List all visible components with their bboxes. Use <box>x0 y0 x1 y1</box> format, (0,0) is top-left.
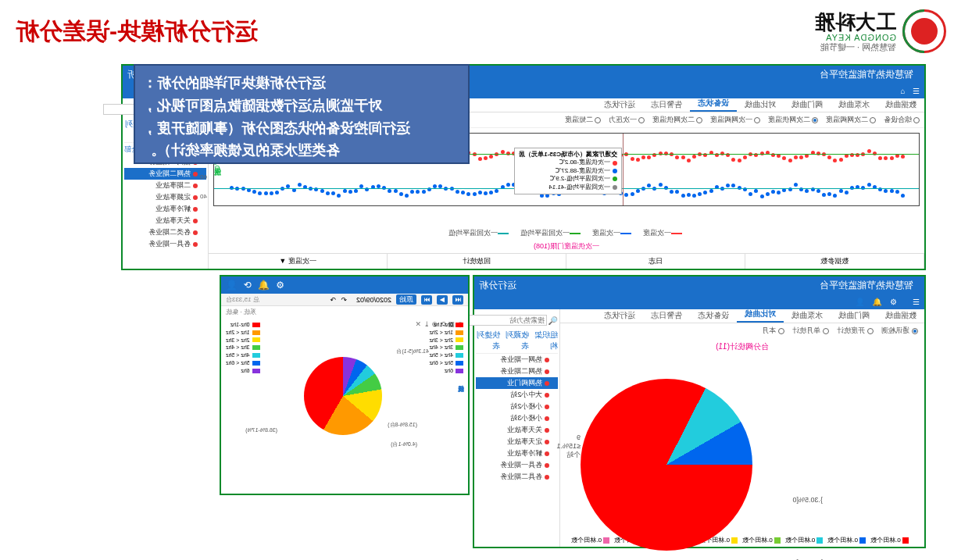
menu-icon[interactable]: ☰ <box>913 298 920 306</box>
view-tabs[interactable]: 系统 · 集统 <box>221 306 468 318</box>
app-title: 智慧供热节能监控平台 <box>820 279 913 292</box>
tree-item[interactable]: 各具一期业务 <box>124 238 206 250</box>
tree-item[interactable]: 各类二期业务 <box>124 226 206 238</box>
botbar-cell[interactable]: 一次温度 ▼ <box>209 254 388 269</box>
tab-6[interactable]: 运行状态 <box>596 309 643 323</box>
breadcrumb[interactable]: 运行分析 <box>479 279 516 292</box>
tree-item[interactable]: 各具一期业务 <box>476 459 558 471</box>
logo-icon <box>902 9 946 53</box>
sidetab[interactable]: 组织架构 <box>534 330 558 351</box>
sidetab[interactable]: 收藏列表 <box>505 330 529 351</box>
tree-item[interactable]: 热网二期业务 <box>124 168 206 180</box>
subopt[interactable]: 二次网供温度 <box>768 115 818 125</box>
tab-3[interactable]: 对比曲线 <box>737 307 784 323</box>
tab-6[interactable]: 运行状态 <box>596 98 643 112</box>
panel-pie-small: ⚙ 🔔 ⟳ 👤 ⏮ ▶ ⏭ 原始 2020/09/02 ↶ ↷ 系统 · 集统 … <box>220 275 470 495</box>
play-button[interactable]: ▶ <box>437 295 448 305</box>
subopt[interactable]: 二次网阀温度 <box>826 115 876 125</box>
chart-tooltip: 交通厅家属（小市场C35-1单元）居 一次供温度-80.2℃一次供温度-88.2… <box>514 148 622 194</box>
tab-4[interactable]: 设备状态 <box>690 309 737 323</box>
tab-1[interactable]: 阀门曲线 <box>831 309 877 323</box>
prev-button[interactable]: ⏮ <box>452 295 463 305</box>
tree-item[interactable]: 定天事故业 <box>476 436 558 448</box>
pie-chart[interactable] <box>581 379 752 551</box>
tree-item[interactable]: 热网一期业务 <box>476 354 558 366</box>
panel-pie-large: 智慧供热节能监控平台 运行分析 ☰ ⚙ 🔔 👤 数据曲线阀门曲线水泵曲线对比曲线… <box>473 275 926 548</box>
botbar-cell[interactable]: 回放统计 <box>388 254 566 269</box>
tab-3[interactable]: 对比曲线 <box>737 98 784 112</box>
tab-0[interactable]: 数据曲线 <box>877 309 924 323</box>
subopt[interactable]: 一次网阀温度 <box>710 115 760 125</box>
undo-icon[interactable]: ↶ <box>341 296 347 304</box>
search-icon[interactable]: 🔍 <box>548 316 558 325</box>
subopt[interactable]: 二次网供温度 <box>652 115 702 125</box>
tab-1[interactable]: 水泵曲线 <box>831 98 877 112</box>
mini-pie[interactable] <box>304 357 382 435</box>
tree-item[interactable]: 热网阀门业 <box>476 377 558 389</box>
tab-4[interactable]: 设备状态 <box>690 96 737 112</box>
botbar-cell[interactable]: 数据参数 <box>745 254 924 269</box>
tree-item[interactable]: 定频事故业 <box>124 191 206 203</box>
botbar-cell[interactable]: 日志 <box>566 254 745 269</box>
redo-icon[interactable]: ↷ <box>330 296 336 304</box>
tree-item[interactable]: 解冷事故业 <box>124 203 206 215</box>
tab-2[interactable]: 阀门曲线 <box>784 98 831 112</box>
chart-note[interactable]: 一次供温度门限(108) <box>209 240 924 253</box>
callout-box: 运行分析模块可详细的分析： 对于监测点运行数据随散点图可视化， 运行间控设备的状… <box>134 64 470 164</box>
tree-item[interactable]: 关天事故业 <box>476 424 558 436</box>
tree-item[interactable]: 小楼小3站 <box>476 412 558 424</box>
legend-item[interactable]: 一次回温平均值 <box>448 229 511 237</box>
tree-item[interactable]: 解冷事故业 <box>476 448 558 459</box>
tab-5[interactable]: 告警日志 <box>643 309 690 323</box>
refresh-icon[interactable]: ⟳ <box>244 280 252 291</box>
play-mode[interactable]: 原始 <box>396 294 416 305</box>
slide-title: 运行分析模块-误差分析 <box>16 16 258 48</box>
user-icon[interactable]: 👤 <box>226 280 238 291</box>
tree-item[interactable]: 热网二期业务 <box>476 366 558 377</box>
subopt[interactable]: 二短温度 <box>565 115 601 125</box>
legend-item[interactable]: 一次温度 <box>643 229 684 237</box>
home-icon[interactable]: ⌂ <box>900 87 905 95</box>
tree-item[interactable]: 关天事故业 <box>124 215 206 226</box>
tab-0[interactable]: 数据曲线 <box>877 98 924 112</box>
subopt[interactable]: 一次压力 <box>609 115 645 125</box>
gear-icon[interactable]: ⚙ <box>276 280 284 291</box>
pie-title: 台分阀统计(11) <box>560 338 924 355</box>
legend-item[interactable]: 一次回温平均值 <box>520 229 583 237</box>
logo-text: 工大科雅 GONGDA KEYA 智慧热网 · 一键节能 <box>815 11 896 52</box>
tree-item[interactable]: 小楼小2站 <box>476 401 558 412</box>
tab-2[interactable]: 水泵曲线 <box>784 309 831 323</box>
app-title: 智慧供热节能监控平台 <box>820 68 913 81</box>
timestamp: 2020/09/02 <box>356 296 391 304</box>
sidetab[interactable]: 快捷列表 <box>476 330 500 351</box>
user-icon[interactable]: 👤 <box>856 298 865 306</box>
gear-icon[interactable]: ⚙ <box>890 298 897 306</box>
bell-icon[interactable]: 🔔 <box>873 298 882 306</box>
legend-item[interactable]: 一次温度 <box>592 229 634 237</box>
next-button[interactable]: ⏭ <box>421 295 432 305</box>
tree-item[interactable]: 各具二期业务 <box>476 471 558 483</box>
tree-item[interactable]: 二期事故业 <box>124 180 206 191</box>
subopt[interactable]: 综合设备 <box>884 115 920 125</box>
menu-icon[interactable]: ☰ <box>913 87 920 95</box>
tree-item[interactable]: 大中小2站 <box>476 389 558 401</box>
tab-5[interactable]: 告警日志 <box>643 98 690 112</box>
bell-icon[interactable]: 🔔 <box>258 280 270 291</box>
